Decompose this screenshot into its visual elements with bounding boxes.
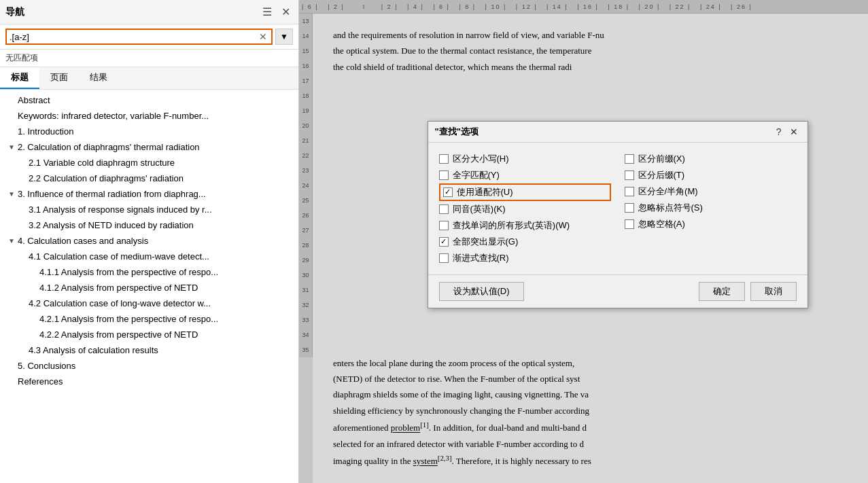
option-row-opt_w: 查找单词的所有形式(英语)(W) xyxy=(439,217,611,234)
search-input[interactable] xyxy=(10,32,258,42)
tree-item-label: 2.2 Calculation of diaphragms' radiation xyxy=(29,173,184,183)
tree-item-keywords[interactable]: Keywords: infrared detector, variable F-… xyxy=(0,108,298,124)
search-input-wrap: ✕ xyxy=(5,29,273,45)
tree-item-chap5[interactable]: 5. Conclusions xyxy=(0,358,298,374)
nav-header-icons: ☰ ✕ xyxy=(260,4,293,20)
option-row-opt_r: 渐进式查找(R) xyxy=(439,250,611,266)
option-label-opt_w[interactable]: 查找单词的所有形式(英语)(W) xyxy=(453,219,570,232)
tree-item-chap4-1[interactable]: 4.1 Calculation case of medium-wave dete… xyxy=(0,249,298,264)
option-label-opt_m[interactable]: 区分全/半角(M) xyxy=(638,185,698,198)
tree-item-chap3-2[interactable]: 3.2 Analysis of NETD induced by radiatio… xyxy=(0,217,298,233)
option-label-opt_y[interactable]: 全字匹配(Y) xyxy=(453,169,500,181)
checkbox-opt_w[interactable] xyxy=(439,221,449,230)
tree-item-abstract[interactable]: Abstract xyxy=(0,92,298,108)
nav-header: 导航 ☰ ✕ xyxy=(0,0,298,24)
option-row-opt_h: 区分大小写(H) xyxy=(439,151,611,167)
tree-item-references[interactable]: References xyxy=(0,374,298,389)
checkbox-opt_y[interactable] xyxy=(439,171,449,180)
option-row-opt_s: 忽略标点符号(S) xyxy=(625,200,797,216)
option-label-opt_u[interactable]: 使用通配符(U) xyxy=(457,186,513,198)
dialog-footer-right: 确定 取消 xyxy=(699,282,797,301)
checkbox-opt_r[interactable] xyxy=(439,253,449,263)
tab-pages[interactable]: 页面 xyxy=(39,67,79,89)
tree-item-chap4[interactable]: ▼4. Calculation cases and analysis xyxy=(0,233,298,249)
dialog-body: 区分大小写(H)全字匹配(Y)使用通配符(U)同音(英语)(K)查找单词的所有形… xyxy=(428,143,808,274)
tree-item-chap4-2-1[interactable]: 4.2.1 Analysis from the perspective of r… xyxy=(0,311,298,327)
checkbox-opt_m[interactable] xyxy=(625,187,634,196)
checkbox-opt_k[interactable] xyxy=(439,204,449,214)
nav-title: 导航 xyxy=(5,6,24,18)
tree-item-label: 4.1.1 Analysis from the perspective of r… xyxy=(39,267,218,277)
tree-item-label: 3.2 Analysis of NETD induced by radiatio… xyxy=(29,220,194,230)
nav-tabs: 标题 页面 结果 xyxy=(0,67,298,90)
checkbox-opt_g[interactable] xyxy=(439,237,449,247)
tree-item-label: 4.2 Calculation case of long-wave detect… xyxy=(29,298,211,308)
tree-item-label: Abstract xyxy=(18,95,50,105)
tree-item-label: 4.2.1 Analysis from the perspective of r… xyxy=(39,314,218,324)
tree-item-chap4-1-1[interactable]: 4.1.1 Analysis from the perspective of r… xyxy=(0,264,298,280)
dialog-close-icon[interactable]: ✕ xyxy=(787,126,801,138)
tree-item-label: 4. Calculation cases and analysis xyxy=(18,236,148,246)
collapse-arrow-icon[interactable]: ▼ xyxy=(8,237,15,245)
nav-panel: 导航 ☰ ✕ ✕ ▼ 无匹配项 标题 页面 结果 AbstractKeyword… xyxy=(0,0,299,483)
tree-item-chap4-3[interactable]: 4.3 Analysis of calculation results xyxy=(0,342,298,358)
tree-item-label: 3.1 Analysis of response signals induced… xyxy=(29,204,212,215)
checkbox-opt_h[interactable] xyxy=(439,154,449,164)
tree-item-label: 2.1 Variable cold diaphragm structure xyxy=(29,158,175,168)
nav-tree[interactable]: AbstractKeywords: infrared detector, var… xyxy=(0,90,298,483)
search-clear-button[interactable]: ✕ xyxy=(258,31,268,42)
nav-collapse-icon[interactable]: ☰ xyxy=(260,4,275,20)
checkbox-opt_a[interactable] xyxy=(625,219,634,229)
tree-item-label: 4.1.2 Analysis from perspective of NETD xyxy=(39,283,198,293)
tree-item-chap3-1[interactable]: 3.1 Analysis of response signals induced… xyxy=(0,202,298,217)
tab-headings[interactable]: 标题 xyxy=(0,67,39,89)
tab-results[interactable]: 结果 xyxy=(79,67,118,89)
doc-panel: | 6 | | 2 | I | 2 | | 4 | | 6 | | 8 | | … xyxy=(299,0,868,483)
option-label-opt_a[interactable]: 忽略空格(A) xyxy=(638,218,685,230)
option-label-opt_g[interactable]: 全部突出显示(G) xyxy=(453,236,519,248)
collapse-arrow-icon[interactable]: ▼ xyxy=(8,143,15,151)
modal-overlay: "查找"选项 ? ✕ 区分大小写(H)全字匹配(Y)使用通配符(U)同音(英语)… xyxy=(299,0,868,483)
option-row-opt_u: 使用通配符(U) xyxy=(439,183,611,201)
tree-item-chap3[interactable]: ▼3. Influence of thermal radiation from … xyxy=(0,186,298,202)
tree-item-label: 3. Influence of thermal radiation from d… xyxy=(18,189,206,199)
option-label-opt_s[interactable]: 忽略标点符号(S) xyxy=(638,202,703,214)
nav-close-icon[interactable]: ✕ xyxy=(279,4,293,20)
left-options: 区分大小写(H)全字匹配(Y)使用通配符(U)同音(英语)(K)查找单词的所有形… xyxy=(439,151,611,266)
tree-item-chap2-1[interactable]: 2.1 Variable cold diaphragm structure xyxy=(0,155,298,171)
collapse-arrow-icon[interactable]: ▼ xyxy=(8,190,15,198)
dialog-help-icon[interactable]: ? xyxy=(774,126,784,138)
checkbox-opt_t[interactable] xyxy=(625,171,634,180)
cancel-button[interactable]: 取消 xyxy=(750,282,797,301)
dialog-title: "查找"选项 xyxy=(435,126,479,138)
option-row-opt_k: 同音(英语)(K) xyxy=(439,201,611,217)
tree-item-chap2[interactable]: ▼2. Calculation of diaphragms' thermal r… xyxy=(0,139,298,155)
option-label-opt_x[interactable]: 区分前缀(X) xyxy=(638,153,685,165)
tree-item-intro[interactable]: 1. Introduction xyxy=(0,124,298,139)
checkbox-opt_x[interactable] xyxy=(625,154,634,164)
set-default-button[interactable]: 设为默认值(D) xyxy=(439,282,524,301)
right-options: 区分前缀(X)区分后缀(T)区分全/半角(M)忽略标点符号(S)忽略空格(A) xyxy=(625,151,797,266)
tree-item-chap4-2[interactable]: 4.2 Calculation case of long-wave detect… xyxy=(0,296,298,311)
tree-item-label: 1. Introduction xyxy=(18,126,73,137)
no-match-label: 无匹配项 xyxy=(0,50,298,67)
tree-item-chap4-1-2[interactable]: 4.1.2 Analysis from perspective of NETD xyxy=(0,280,298,296)
tree-item-label: 4.2.2 Analysis from perspective of NETD xyxy=(39,329,198,340)
search-dropdown-button[interactable]: ▼ xyxy=(275,29,293,45)
tree-item-chap4-2-2[interactable]: 4.2.2 Analysis from perspective of NETD xyxy=(0,327,298,342)
ok-button[interactable]: 确定 xyxy=(699,282,745,301)
checkbox-opt_u[interactable] xyxy=(443,187,453,197)
tree-item-chap2-2[interactable]: 2.2 Calculation of diaphragms' radiation xyxy=(0,171,298,186)
option-label-opt_k[interactable]: 同音(英语)(K) xyxy=(453,203,506,215)
option-row-opt_m: 区分全/半角(M) xyxy=(625,183,797,200)
options-grid: 区分大小写(H)全字匹配(Y)使用通配符(U)同音(英语)(K)查找单词的所有形… xyxy=(439,151,797,266)
tree-item-label: 5. Conclusions xyxy=(18,361,75,371)
option-label-opt_r[interactable]: 渐进式查找(R) xyxy=(453,252,509,264)
tree-item-label: References xyxy=(18,376,63,387)
tree-item-label: 2. Calculation of diaphragms' thermal ra… xyxy=(18,142,200,152)
option-label-opt_t[interactable]: 区分后缀(T) xyxy=(638,169,685,181)
option-row-opt_g: 全部突出显示(G) xyxy=(439,234,611,250)
option-label-opt_h[interactable]: 区分大小写(H) xyxy=(453,153,509,165)
checkbox-opt_s[interactable] xyxy=(625,203,634,213)
tree-item-label: 4.3 Analysis of calculation results xyxy=(29,345,158,355)
